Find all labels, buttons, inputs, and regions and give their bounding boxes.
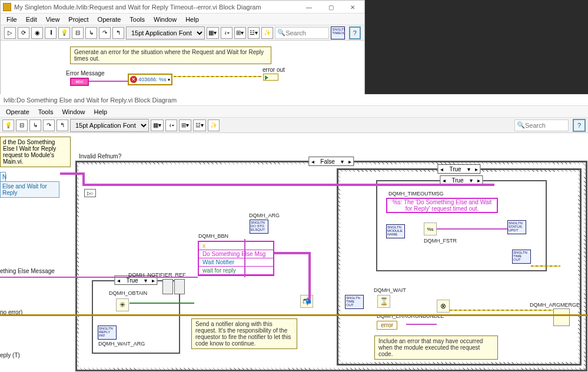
format-string-prim[interactable]: %s: [424, 222, 437, 235]
block-diagram-bottom[interactable]: d the Do Something Else I Wait for Reply…: [0, 133, 588, 372]
retain-wire-button[interactable]: ⊟: [72, 27, 84, 39]
step-into-button-2[interactable]: ↳: [29, 119, 41, 131]
reorder-button-2[interactable]: ☳▾: [193, 119, 206, 131]
dqmh-argmerge-label: DQMH_ARGMERGE: [530, 302, 580, 308]
search-icon: 🔍: [277, 29, 285, 36]
search-box-bottom[interactable]: 🔍: [514, 119, 569, 131]
pause-button[interactable]: II: [45, 27, 57, 39]
menu-file[interactable]: File: [6, 16, 17, 23]
chevron-down-icon[interactable]: ▾: [338, 158, 346, 165]
font-selector[interactable]: 15pt Application Font: [126, 26, 205, 39]
align-button-2[interactable]: ▦▾: [151, 119, 164, 131]
wire-error-chain: [0, 314, 588, 316]
wire-msg: [0, 277, 198, 278]
bbn-row-2[interactable]: Wait Notifier: [199, 258, 273, 267]
label-ething-else: ething Else Message: [0, 268, 55, 274]
menu-tools-2[interactable]: Tools: [38, 108, 54, 115]
resize-button[interactable]: ⊞▾: [234, 27, 246, 39]
wire-p1: [60, 172, 84, 175]
chevron-left-icon[interactable]: ◂: [309, 158, 317, 165]
terminal-else-wait[interactable]: Else and Wait for Reply: [0, 181, 59, 198]
menu-window[interactable]: Window: [154, 16, 177, 23]
distribute-button-2[interactable]: ⫞▾: [165, 119, 177, 131]
wire-errmsg: [89, 81, 128, 82]
wait-notification-prim[interactable]: ⌛: [377, 295, 390, 308]
chevron-right-icon[interactable]: ▸: [346, 158, 354, 165]
wire-error-out: [174, 76, 262, 77]
search-input-top[interactable]: [285, 29, 327, 36]
titlebar-bottom: lvlib:Do Something Else and Wait for Rep…: [0, 94, 588, 106]
align-button[interactable]: ▦▾: [207, 27, 219, 39]
error-out-terminal[interactable]: [263, 74, 278, 81]
step-over-button-2[interactable]: ↷: [43, 119, 55, 131]
unbundle-right[interactable]: [174, 279, 185, 294]
bbn-row-1[interactable]: Do Something Else Msg: [199, 250, 273, 258]
step-out-button[interactable]: ↰: [112, 27, 124, 39]
distribute-button[interactable]: ⫞▾: [221, 27, 232, 39]
merge-error-prim[interactable]: ⊗: [437, 300, 450, 313]
step-out-button-2[interactable]: ↰: [57, 119, 68, 131]
menu-edit[interactable]: Edit: [26, 16, 37, 23]
not-gate[interactable]: ▷○: [84, 189, 96, 197]
highlight-execution-button[interactable]: 💡: [58, 27, 70, 39]
resize-button-2[interactable]: ⊞▾: [179, 119, 191, 131]
module-name-vi[interactable]: SNGLTN MODULE NAME: [386, 224, 405, 238]
error-message-terminal[interactable]: abc: [70, 78, 89, 86]
menubar-top: File Edit View Project Operate Tools Win…: [1, 14, 364, 25]
bundle-by-name[interactable]: x Do Something Else Msg Wait Notifier wa…: [198, 241, 274, 276]
bbn-row-0[interactable]: x: [199, 242, 273, 250]
context-help-button-2[interactable]: ?: [573, 119, 586, 132]
retain-wire-button-2[interactable]: ⊟: [16, 119, 28, 131]
wire-bbn: [244, 239, 245, 277]
reorder-button[interactable]: ☳▾: [248, 27, 260, 39]
timeout-msg-constant[interactable]: %s: The 'Do Something Else and Wait for …: [386, 198, 498, 213]
menu-operate[interactable]: Operate: [98, 16, 121, 23]
obtain-notifier-prim[interactable]: ✳: [116, 298, 129, 311]
terminal-n[interactable]: N: [0, 172, 6, 182]
menu-window-2[interactable]: Window: [62, 108, 85, 115]
bottom-window: lvlib:Do Something Else and Wait for Rep…: [0, 94, 588, 372]
timeout-error-vi[interactable]: SNGLTN TIME OUT: [512, 250, 531, 264]
cleanup-button[interactable]: ✨: [261, 27, 273, 39]
cleanup-button-2[interactable]: ✨: [208, 119, 220, 131]
menu-help-2[interactable]: Help: [94, 108, 108, 115]
menu-view[interactable]: View: [46, 16, 60, 23]
search-input-bottom[interactable]: [525, 122, 566, 129]
block-diagram-top[interactable]: Generate an error for the situation wher…: [1, 41, 364, 95]
step-into-button[interactable]: ↳: [85, 27, 97, 39]
run-button[interactable]: ▷: [4, 27, 16, 39]
case-selector-outer[interactable]: ◂ False ▾ ▸: [308, 157, 354, 166]
search-box-top[interactable]: 🔍: [275, 27, 329, 39]
abort-button[interactable]: ◉: [31, 27, 43, 39]
run-continuous-button[interactable]: ⟳: [18, 27, 29, 39]
vi-icon-button[interactable]: SNGLTN TIMEOUT: [331, 26, 345, 39]
labview-icon: [3, 3, 11, 11]
case-selector-wait[interactable]: ◂True▾▸: [437, 164, 480, 174]
search-icon-2: 🔍: [517, 121, 525, 129]
menu-help[interactable]: Help: [185, 16, 199, 23]
menu-tools[interactable]: Tools: [129, 16, 145, 23]
menu-project[interactable]: Project: [68, 16, 88, 23]
step-over-button[interactable]: ↷: [99, 27, 111, 39]
dqmh-arg-vi[interactable]: SNGLTN DO STG ELSQUT: [250, 220, 268, 234]
error-code-constant[interactable]: ✕ 403686: %s ▾: [128, 74, 172, 85]
enqueue-prim[interactable]: 📬: [300, 295, 313, 308]
minimize-button[interactable]: —: [298, 1, 320, 13]
error-unbundle-field[interactable]: error: [377, 321, 397, 330]
reply-pattern-vi[interactable]: SNGLTN REPLY PAT: [98, 326, 117, 340]
unbundle-left[interactable]: [162, 279, 173, 294]
argmerge-vi[interactable]: [553, 308, 570, 326]
wire-pinkout: [274, 252, 310, 254]
menu-operate-2[interactable]: Operate: [6, 108, 29, 115]
highlight-execution-button-2[interactable]: 💡: [2, 119, 14, 131]
titlebar-top: My Singleton Module.lvlib:Request and Wa…: [1, 1, 364, 14]
error-code-text: 403686: %s: [138, 77, 167, 82]
background-dark: [365, 0, 588, 94]
context-help-button[interactable]: ?: [349, 26, 361, 39]
bbn-row-3[interactable]: wait for reply: [199, 267, 273, 275]
font-selector-2[interactable]: 15pt Application Font: [70, 119, 149, 132]
timeout-const-vi[interactable]: SNGLTN TIME OUT: [345, 295, 364, 309]
maximize-button[interactable]: ▢: [320, 1, 341, 13]
status-updt-vi[interactable]: SNGLTN STATUS UPDT: [507, 220, 526, 234]
close-button[interactable]: ✕: [342, 1, 363, 13]
